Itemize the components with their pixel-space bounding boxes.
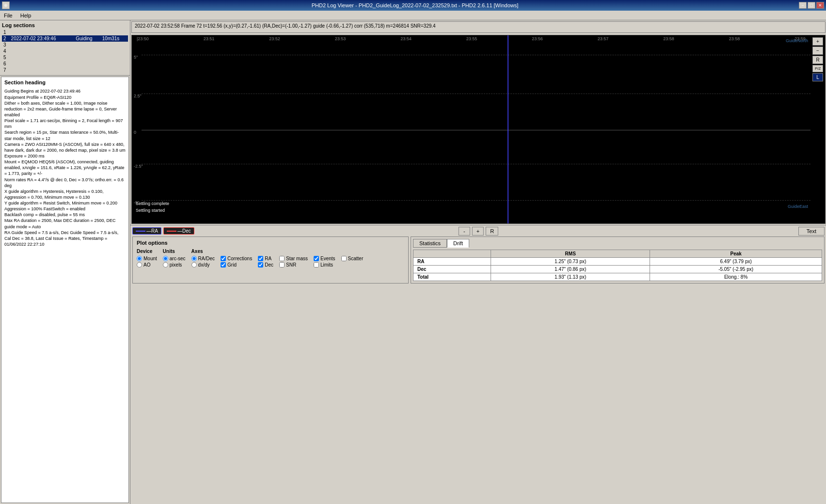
minimize-button[interactable]: − bbox=[799, 2, 807, 9]
arc-sec-radio[interactable] bbox=[163, 256, 168, 261]
checkboxes-col4: x Events Limits bbox=[314, 249, 335, 268]
left-panel: Log sections 1 22022-07-02 23:49:46Guidi… bbox=[0, 20, 130, 504]
grid-option[interactable]: Grid bbox=[221, 262, 252, 268]
section-line: Exposure = 2000 ms bbox=[4, 153, 126, 159]
stats-tab-statistics[interactable]: Statistics bbox=[413, 239, 447, 248]
checkboxes-col1: x Corrections Grid bbox=[221, 249, 252, 268]
section-line: X guide algorithm = Hysteresis, Hysteres… bbox=[4, 189, 126, 200]
table-row[interactable]: 1 bbox=[2, 29, 128, 35]
zoom-minus-button[interactable]: − bbox=[812, 47, 823, 55]
legend-dec-line bbox=[167, 231, 176, 232]
snr-option[interactable]: SNR bbox=[279, 262, 308, 268]
zoom-plus-button[interactable]: + bbox=[812, 37, 823, 46]
stats-row-total: Total 1.93" (1.13 px) Elong.: 8% bbox=[413, 273, 822, 281]
table-row[interactable]: 5 bbox=[2, 54, 128, 61]
y-label-5: 5" bbox=[134, 55, 138, 60]
titlebar: ⊕ PHD2 Log Viewer - PHD2_GuideLog_2022-0… bbox=[0, 0, 826, 11]
section-line: Y guide algorithm = Resist Switch, Minim… bbox=[4, 200, 126, 212]
menu-help[interactable]: Help bbox=[18, 12, 33, 19]
guide-north-label: GuideNorth bbox=[786, 38, 808, 43]
titlebar-buttons: − □ ✕ bbox=[799, 2, 824, 9]
ra-checkbox[interactable] bbox=[258, 256, 263, 261]
arc-sec-option[interactable]: arc-sec bbox=[163, 256, 186, 261]
zoom-in-button[interactable]: + bbox=[472, 227, 484, 236]
events-checkbox[interactable] bbox=[314, 256, 319, 261]
maximize-button[interactable]: □ bbox=[808, 2, 815, 9]
gridline-bottom bbox=[142, 200, 810, 201]
table-row[interactable]: 7 bbox=[2, 67, 128, 73]
ao-option[interactable]: AO bbox=[137, 262, 157, 268]
menu-file[interactable]: File bbox=[2, 12, 15, 19]
corrections-option[interactable]: Corrections bbox=[221, 256, 252, 261]
stats-header-peak: Peak bbox=[650, 250, 822, 258]
table-row[interactable]: 22022-07-02 23:49:46Guiding10m31s bbox=[2, 35, 128, 42]
dx-dy-option[interactable]: dx/dy bbox=[191, 262, 215, 268]
chart-container[interactable]: |23:50 23:51 23:52 23:53 23:54 23:55 23:… bbox=[131, 35, 826, 224]
section-line: Dither = both axes, Dither scale = 1.000… bbox=[4, 100, 126, 118]
grid-label: Grid bbox=[227, 262, 237, 268]
plot-options-title: Plot options bbox=[137, 240, 404, 246]
device-label: Device bbox=[137, 249, 157, 254]
zoom-pz-button[interactable]: P/Z bbox=[812, 65, 823, 72]
legend-row: —RA —Dec bbox=[132, 227, 194, 235]
zoom-r-button[interactable]: R bbox=[812, 56, 823, 64]
stats-header-rms: RMS bbox=[491, 250, 650, 258]
pixels-radio[interactable] bbox=[163, 262, 168, 268]
stats-ra-peak: 6.49" (3.79 px) bbox=[650, 258, 822, 266]
y-label-neg2_5: -2.5" bbox=[134, 164, 143, 169]
mount-label: Mount bbox=[143, 256, 157, 261]
pixels-option[interactable]: pixels bbox=[163, 262, 186, 268]
ra-dec-radio[interactable] bbox=[191, 256, 197, 261]
main-container: Log sections 1 22022-07-02 23:49:46Guidi… bbox=[0, 20, 826, 504]
dx-dy-radio[interactable] bbox=[191, 262, 197, 268]
corrections-checkbox[interactable] bbox=[221, 256, 226, 261]
status-bar: 2022-07-02 23:52:58 Frame 72 t=192.56 (x… bbox=[131, 21, 826, 33]
reset-button[interactable]: R bbox=[486, 227, 498, 236]
stats-total-elong: Elong.: 8% bbox=[650, 273, 822, 281]
snr-checkbox[interactable] bbox=[279, 262, 285, 268]
ra-option[interactable]: RA bbox=[258, 256, 273, 261]
plot-options: Plot options Device Mount bbox=[132, 236, 409, 284]
legend-ra-label: —RA bbox=[146, 228, 158, 234]
star-mass-checkbox[interactable] bbox=[279, 256, 285, 261]
text-button[interactable]: Text bbox=[798, 227, 825, 236]
section-line: Guiding Begins at 2022-07-02 23:49:46 bbox=[4, 88, 126, 94]
stats-header-empty bbox=[413, 250, 491, 258]
star-mass-option[interactable]: Star mass bbox=[279, 256, 308, 261]
legend-control-row: —RA —Dec - + R Text bbox=[132, 227, 825, 235]
table-row[interactable]: 3 bbox=[2, 42, 128, 48]
ao-radio[interactable] bbox=[137, 262, 142, 268]
right-panel: 2022-07-02 23:52:58 Frame 72 t=192.56 (x… bbox=[130, 20, 826, 504]
zoom-out-button[interactable]: - bbox=[459, 227, 470, 236]
limits-option[interactable]: Limits bbox=[314, 262, 335, 268]
gridline-mid-top bbox=[142, 94, 810, 94]
limits-checkbox[interactable] bbox=[314, 262, 319, 268]
close-button[interactable]: ✕ bbox=[816, 2, 824, 9]
grid-checkbox[interactable] bbox=[221, 262, 226, 268]
ra-dec-option[interactable]: RA/Dec bbox=[191, 256, 215, 261]
table-row[interactable]: 6 bbox=[2, 61, 128, 67]
ao-label: AO bbox=[143, 262, 150, 268]
scatter-option[interactable]: Scatter bbox=[341, 256, 364, 261]
mount-option[interactable]: Mount bbox=[137, 256, 157, 261]
table-row[interactable]: 4 bbox=[2, 48, 128, 54]
mount-radio[interactable] bbox=[137, 256, 142, 261]
zoom-l-button[interactable]: L bbox=[812, 73, 823, 81]
section-line: RA Guide Speed = 7.5 a-s/s, Dec Guide Sp… bbox=[4, 230, 126, 247]
events-option[interactable]: Events bbox=[314, 256, 335, 261]
stats-ra-label: RA bbox=[413, 258, 491, 266]
dec-checkbox[interactable] bbox=[258, 262, 263, 268]
options-grid: Device Mount AO bbox=[137, 249, 404, 268]
dec-option[interactable]: Dec bbox=[258, 262, 273, 268]
stats-row-dec: Dec 1.47" (0.86 px) -5.05" (-2.95 px) bbox=[413, 266, 822, 273]
limits-label: Limits bbox=[320, 262, 333, 268]
stats-row-ra: RA 1.25" (0.73 px) 6.49" (3.79 px) bbox=[413, 258, 822, 266]
dec-label: Dec bbox=[265, 262, 273, 268]
section-line: Camera = ZWO ASI120MM-S (ASCOM), full si… bbox=[4, 142, 126, 153]
gridline-top bbox=[142, 55, 810, 55]
legend-ra: —RA bbox=[132, 227, 161, 235]
stats-tab-drift[interactable]: Drift bbox=[447, 239, 469, 248]
scatter-checkbox[interactable] bbox=[341, 256, 347, 261]
text-button-container: Text bbox=[798, 227, 825, 236]
log-sections-area: Log sections 1 22022-07-02 23:49:46Guidi… bbox=[0, 20, 130, 76]
